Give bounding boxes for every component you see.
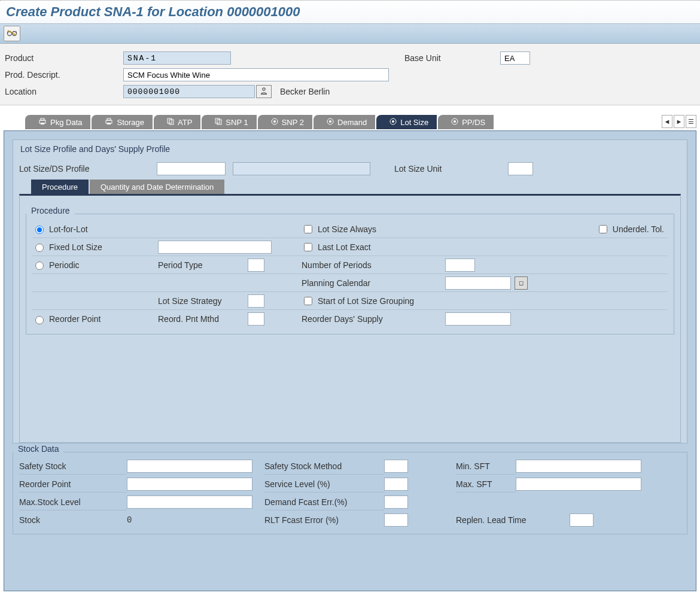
inner-tab-procedure[interactable]: Procedure: [31, 180, 89, 194]
reorder-point-input[interactable]: [127, 478, 252, 491]
lot-size-unit-label: Lot Size Unit: [394, 164, 508, 174]
rlt-fcast-input[interactable]: [384, 513, 408, 527]
lot-size-strategy-input[interactable]: [248, 294, 264, 308]
service-level-label: Service Level (%): [264, 476, 384, 493]
edit-toggle-button[interactable]: [4, 26, 20, 41]
safety-stock-input[interactable]: [127, 460, 252, 473]
underdel-tol-checkbox[interactable]: [599, 225, 607, 233]
svg-point-21: [454, 120, 456, 123]
tab-label: PP/DS: [462, 118, 485, 127]
procedure-group: Procedure Lot-for-Lot Lot Size Always: [26, 214, 674, 335]
last-lot-exact-label: Last Lot Exact: [318, 242, 371, 252]
lot-for-lot-label: Lot-for-Lot: [49, 224, 88, 234]
tab-list-button[interactable]: ☰: [686, 115, 696, 128]
replen-lead-input[interactable]: [570, 513, 594, 527]
lot-size-panel: Lot Size Profile and Days' Supply Profil…: [4, 130, 696, 591]
tab-snp2[interactable]: SNP 2: [258, 115, 312, 129]
lot-profile-input2[interactable]: [233, 162, 370, 175]
periodic-radio[interactable]: [35, 262, 44, 270]
header-form: Product Base Unit Prod. Descript. Locati…: [0, 44, 700, 105]
lot-size-always-label: Lot Size Always: [318, 224, 376, 234]
planning-calendar-label: Planning Calendar: [302, 278, 409, 288]
period-type-input[interactable]: [248, 259, 264, 272]
demand-fcast-input[interactable]: [384, 496, 408, 509]
tab-label: Storage: [117, 118, 144, 127]
fixed-lot-size-input[interactable]: [158, 241, 272, 254]
safety-stock-label: Safety Stock: [19, 458, 127, 475]
fixed-lot-size-label: Fixed Lot Size: [49, 242, 102, 252]
procedure-panel: Procedure Lot-for-Lot Lot Size Always: [19, 194, 681, 443]
max-sft-label: Max. SFT: [456, 476, 516, 493]
svg-rect-5: [41, 118, 44, 120]
lot-size-strategy-label: Lot Size Strategy: [158, 296, 248, 306]
prod-desc-input[interactable]: [123, 68, 389, 81]
reorder-point-radio[interactable]: [35, 316, 44, 324]
start-grouping-label: Start of Lot Size Grouping: [318, 296, 414, 306]
safety-method-input[interactable]: [384, 460, 408, 473]
planning-calendar-button[interactable]: ◻: [515, 276, 528, 290]
triangle-right-icon: ►: [676, 118, 683, 125]
tab-lot-size[interactable]: Lot Size: [376, 115, 437, 129]
product-label: Product: [5, 53, 123, 63]
tab-storage[interactable]: Storage: [92, 115, 153, 129]
reorder-point-label2: Reorder Point: [19, 476, 127, 493]
tab-label: Demand: [337, 118, 367, 127]
tab-label: SNP 2: [282, 118, 304, 127]
location-input[interactable]: [123, 85, 255, 98]
max-stock-input[interactable]: [127, 496, 252, 509]
service-level-input[interactable]: [384, 478, 408, 491]
tab-atp[interactable]: ATP: [154, 115, 200, 129]
tab-scroll-right-button[interactable]: ►: [674, 115, 684, 128]
location-search-button[interactable]: [256, 85, 272, 98]
inner-tab-qdd[interactable]: Quantity and Date Determination: [90, 180, 224, 194]
start-grouping-checkbox[interactable]: [304, 297, 312, 305]
tab-label: SNP 1: [226, 118, 248, 127]
copy-icon: [215, 118, 222, 127]
tab-scroll-left-button[interactable]: ◄: [662, 115, 672, 128]
svg-point-15: [273, 120, 276, 123]
lot-profile-input1[interactable]: [157, 162, 226, 175]
location-text: Becker Berlin: [280, 87, 330, 96]
tab-ppds[interactable]: PP/DS: [438, 115, 494, 129]
target-icon: [389, 118, 397, 127]
inner-tabs: Procedure Quantity and Date Determinatio…: [31, 180, 681, 194]
base-unit-input[interactable]: [500, 51, 530, 65]
printer-icon: [105, 118, 113, 127]
prod-desc-label: Prod. Descript.: [5, 70, 123, 80]
tab-demand[interactable]: Demand: [314, 115, 375, 129]
reorder-days-input[interactable]: [445, 312, 511, 326]
product-input[interactable]: [123, 51, 231, 65]
periodic-label: Periodic: [49, 260, 80, 270]
search-help-icon: ◻: [519, 279, 524, 286]
demand-fcast-label: Demand Fcast Err.(%): [264, 494, 384, 510]
list-icon: ☰: [688, 118, 694, 126]
last-lot-exact-checkbox[interactable]: [304, 243, 312, 251]
min-sft-input[interactable]: [516, 460, 641, 473]
safety-method-label: Safety Stock Method: [264, 458, 384, 475]
target-icon: [327, 118, 334, 127]
num-periods-input[interactable]: [445, 259, 475, 272]
lot-size-always-checkbox[interactable]: [304, 225, 312, 233]
tab-pkg-data[interactable]: Pkg Data: [25, 115, 90, 129]
lot-size-unit-input[interactable]: [508, 162, 533, 175]
copy-icon: [167, 118, 174, 127]
underdel-tol-label: Underdel. Tol.: [613, 224, 664, 234]
base-unit-label: Base Unit: [404, 53, 500, 63]
fixed-lot-size-radio[interactable]: [35, 244, 44, 252]
num-periods-label: Number of Periods: [302, 260, 409, 270]
max-stock-label: Max.Stock Level: [19, 494, 127, 510]
target-icon: [271, 118, 278, 127]
reorder-point-label: Reorder Point: [49, 314, 101, 324]
min-sft-label: Min. SFT: [456, 458, 516, 475]
tab-label: ATP: [178, 118, 192, 127]
title-bar: Create Product SNA-1 for Location 000000…: [0, 0, 700, 23]
svg-point-17: [329, 120, 331, 123]
reord-pnt-mthd-input[interactable]: [248, 312, 264, 326]
lot-profile-label: Lot Size/DS Profile: [19, 164, 157, 174]
max-sft-input[interactable]: [516, 478, 641, 491]
tab-snp1[interactable]: SNP 1: [202, 115, 256, 129]
planning-calendar-input[interactable]: [445, 276, 511, 290]
svg-rect-6: [41, 123, 44, 124]
tab-scroll-controls: ◄ ► ☰: [662, 115, 696, 128]
lot-for-lot-radio[interactable]: [35, 226, 44, 234]
